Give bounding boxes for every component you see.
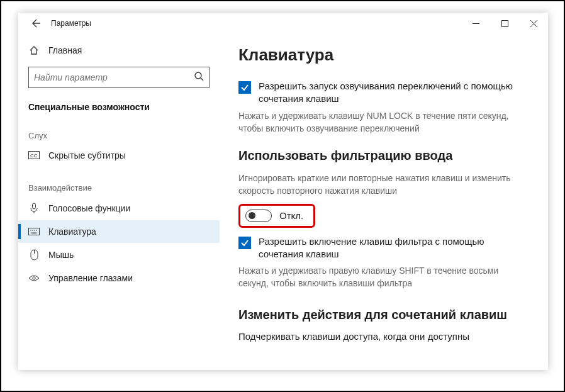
- sidebar-item-mouse[interactable]: Мышь: [18, 243, 220, 267]
- setting-description: Нажать и удерживать правую клавишу SHIFT…: [238, 264, 529, 290]
- checkbox-label: Разрешить запуск озвучивания переключени…: [259, 80, 529, 106]
- window-body: Главная Специальные возможности Слух CC …: [18, 34, 548, 370]
- minimize-button[interactable]: [461, 14, 490, 33]
- svg-rect-14: [31, 233, 36, 234]
- page-title: Клавиатура: [238, 45, 529, 65]
- svg-rect-9: [29, 228, 40, 235]
- maximize-icon: [501, 20, 508, 27]
- toggle-state-label: Откл.: [279, 210, 303, 221]
- content-panel: Клавиатура Разрешить запуск озвучивания …: [220, 34, 548, 370]
- minimize-icon: [473, 20, 479, 27]
- search-input[interactable]: [34, 72, 194, 82]
- svg-point-10: [30, 230, 31, 231]
- sidebar: Главная Специальные возможности Слух CC …: [18, 34, 220, 370]
- sidebar-item-eye-control[interactable]: Управление глазами: [18, 267, 220, 289]
- svg-text:CC: CC: [30, 153, 38, 159]
- sidebar-item-keyboard[interactable]: Клавиатура: [18, 220, 220, 243]
- eye-icon: [28, 274, 40, 282]
- svg-point-11: [32, 230, 33, 231]
- checkbox-row-filter-keys-shortcut[interactable]: Разрешить включение клавиш фильтра с пом…: [238, 235, 529, 261]
- window-controls: [461, 14, 548, 33]
- arrow-left-icon: [31, 18, 41, 28]
- sidebar-current-section: Специальные возможности: [18, 97, 220, 126]
- section-heading-shortcuts: Изменить действия для сочетаний клавиш: [238, 308, 529, 322]
- sidebar-item-home[interactable]: Главная: [18, 40, 220, 60]
- checkbox-checked[interactable]: [238, 81, 251, 94]
- sidebar-item-speech[interactable]: Голосовые функции: [18, 196, 220, 220]
- settings-window: Параметры Главная: [18, 13, 548, 370]
- sidebar-item-captions[interactable]: CC Скрытые субтитры: [18, 144, 220, 167]
- sidebar-item-label: Мышь: [48, 250, 74, 260]
- section-heading-filter-keys: Использовать фильтрацию ввода: [238, 148, 529, 163]
- svg-rect-8: [33, 203, 36, 209]
- svg-rect-1: [501, 20, 508, 26]
- close-icon: [530, 20, 537, 27]
- setting-line: Подчеркивать клавиши доступа, когда они …: [238, 331, 529, 342]
- svg-point-4: [195, 72, 201, 79]
- search-box[interactable]: [28, 67, 210, 88]
- sidebar-item-label: Голосовые функции: [48, 203, 130, 213]
- captions-icon: CC: [28, 151, 40, 160]
- check-icon: [240, 238, 249, 247]
- filter-keys-toggle-highlight: Откл.: [238, 204, 315, 228]
- check-icon: [240, 83, 249, 92]
- svg-line-5: [201, 78, 203, 81]
- svg-point-13: [36, 230, 37, 231]
- maximize-button[interactable]: [490, 14, 519, 33]
- section-description: Игнорировать краткие или повторные нажат…: [238, 172, 529, 198]
- home-icon: [28, 45, 40, 55]
- mouse-icon: [28, 249, 40, 260]
- toggle-knob: [249, 212, 255, 219]
- titlebar: Параметры: [18, 13, 548, 34]
- window-title: Параметры: [51, 19, 91, 28]
- sidebar-group-interaction: Взаимодействие: [18, 178, 220, 196]
- sidebar-item-label: Скрытые субтитры: [48, 150, 126, 160]
- filter-keys-toggle[interactable]: [245, 210, 272, 222]
- svg-point-12: [34, 230, 35, 231]
- svg-point-17: [33, 277, 35, 279]
- sidebar-item-label: Клавиатура: [48, 227, 96, 237]
- setting-description: Нажать и удерживать клавишу NUM LOCK в т…: [238, 109, 529, 135]
- sidebar-group-hearing: Слух: [18, 126, 220, 144]
- sidebar-item-label: Управление глазами: [48, 273, 133, 283]
- checkbox-label: Разрешить включение клавиш фильтра с пом…: [259, 235, 529, 261]
- checkbox-row-toggle-keys-shortcut[interactable]: Разрешить запуск озвучивания переключени…: [238, 80, 529, 106]
- microphone-icon: [28, 203, 40, 214]
- search-icon: [194, 71, 204, 84]
- checkbox-checked[interactable]: [238, 237, 251, 249]
- back-button[interactable]: [27, 14, 45, 32]
- sidebar-home-label: Главная: [48, 45, 82, 55]
- close-button[interactable]: [519, 14, 548, 33]
- keyboard-icon: [28, 228, 40, 235]
